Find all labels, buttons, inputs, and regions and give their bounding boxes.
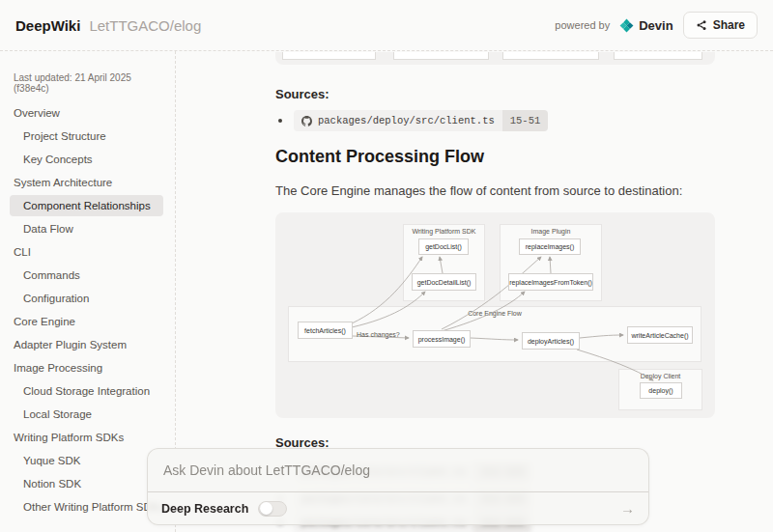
- repo-name[interactable]: LetTTGACO/elog: [89, 17, 201, 34]
- sidebar-item-system-architecture[interactable]: System Architecture: [0, 171, 175, 194]
- powered-by-label: powered by: [555, 19, 610, 31]
- deep-research-label: Deep Research: [161, 502, 248, 516]
- sidebar-item-overview[interactable]: Overview: [0, 101, 175, 125]
- github-icon: [301, 116, 312, 126]
- source-list-item: packages/deploy/src/client.ts 15-51: [278, 110, 548, 131]
- list-bullet: [278, 119, 282, 123]
- toggle-knob: [260, 502, 272, 515]
- powered-by-devin-link[interactable]: Devin: [619, 18, 673, 33]
- header: DeepWiki LetTTGACO/elog powered by Devin: [0, 0, 773, 51]
- source-file-path: packages/deploy/src/client.ts: [318, 115, 495, 126]
- node-fetcharticles: fetchArticles(): [298, 322, 353, 339]
- sidebar-item-commands[interactable]: Commands: [0, 264, 175, 287]
- source-file-link[interactable]: packages/deploy/src/client.ts 15-51: [294, 110, 548, 131]
- share-icon: [696, 19, 707, 31]
- sidebar-item-key-concepts[interactable]: Key Concepts: [0, 148, 175, 171]
- node-deployarticles: deployArticles(): [522, 332, 580, 350]
- sidebar-item-adapter-plugin-system[interactable]: Adapter Plugin System: [0, 333, 175, 356]
- ask-devin-panel: Deep Research →: [147, 448, 649, 525]
- node-processimage: processImage(): [413, 330, 471, 348]
- deep-research-toggle[interactable]: [258, 501, 287, 517]
- ask-devin-input[interactable]: [148, 449, 648, 491]
- submit-arrow-icon[interactable]: →: [620, 501, 635, 516]
- sidebar-item-writing-platform-sdks[interactable]: Writing Platform SDKs: [0, 426, 175, 449]
- sidebar-item-component-relationships[interactable]: Component Relationships: [10, 195, 163, 216]
- page-section-title: Content Processing Flow: [275, 147, 484, 167]
- partial-node: [282, 52, 376, 60]
- sidebar-item-core-engine[interactable]: Core Engine: [0, 310, 175, 333]
- node-replaceimagesfromtoken: replaceImagesFromToken(): [508, 273, 593, 291]
- ask-devin-footer: Deep Research →: [148, 492, 648, 524]
- source-line-range: 15-51: [502, 110, 549, 131]
- sidebar-item-project-structure[interactable]: Project Structure: [0, 125, 175, 148]
- partial-node: [614, 52, 702, 60]
- node-deploy: deploy(): [640, 382, 682, 399]
- sources-heading: Sources:: [275, 87, 329, 101]
- partial-node: [502, 52, 599, 60]
- brand-logo[interactable]: DeepWiki: [15, 17, 80, 34]
- share-label: Share: [713, 18, 745, 32]
- sidebar-item-cli[interactable]: CLI: [0, 240, 175, 264]
- content-processing-flow-diagram: Writing Platform SDK Image Plugin Core E…: [275, 212, 715, 418]
- devin-logo-icon: [619, 18, 634, 33]
- edge-label-has-changes: Has changes?: [357, 331, 400, 338]
- node-replaceimages: replaceImages(): [519, 238, 581, 255]
- last-updated: Last updated: 21 April 2025 (f38e4c): [0, 72, 175, 94]
- previous-diagram-partial: [275, 52, 715, 65]
- sidebar-item-image-processing[interactable]: Image Processing: [0, 356, 175, 379]
- node-getdoclist: getDocList(): [418, 238, 469, 255]
- header-right: powered by Devin: [555, 12, 758, 39]
- sidebar-item-cloud-storage-integration[interactable]: Cloud Storage Integration: [0, 379, 175, 403]
- node-writearticlecache: writeArticleCache(): [627, 326, 693, 344]
- node-getdocdetaillist: getDocDetailList(): [412, 273, 476, 291]
- partial-node: [393, 52, 489, 60]
- deepwiki-page: DeepWiki LetTTGACO/elog powered by Devin: [0, 0, 773, 532]
- sidebar-item-configuration[interactable]: Configuration: [0, 287, 175, 310]
- section-intro-text: The Core Engine manages the flow of cont…: [275, 183, 682, 198]
- sidebar-item-local-storage[interactable]: Local Storage: [0, 403, 175, 426]
- share-button[interactable]: Share: [683, 12, 758, 39]
- devin-label: Devin: [639, 18, 673, 33]
- sidebar-item-data-flow[interactable]: Data Flow: [0, 217, 175, 240]
